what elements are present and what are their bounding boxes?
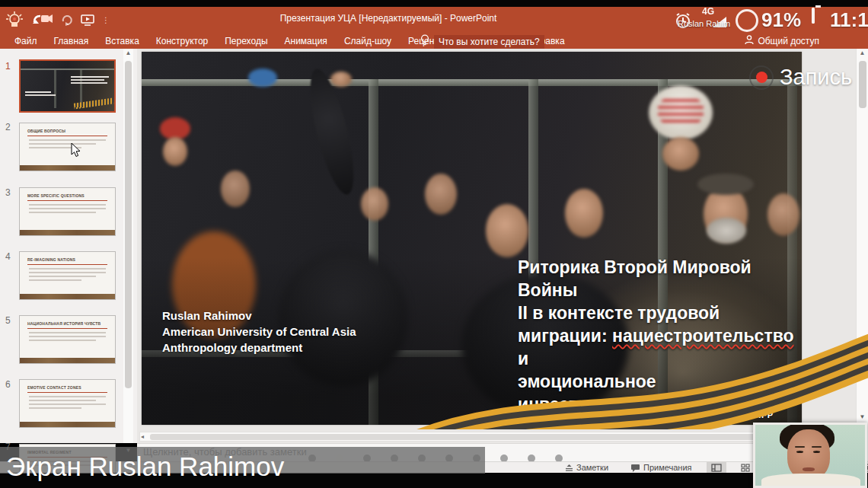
photo-credit: AFP: [755, 410, 774, 419]
slide-thumbnail-1[interactable]: [19, 59, 116, 113]
scroll-left-icon[interactable]: ◂: [141, 432, 144, 442]
battery-percent: 91%: [761, 8, 801, 32]
tab-animations[interactable]: Анимация: [276, 34, 336, 49]
tab-home[interactable]: Главная: [46, 34, 97, 49]
webcam-person-shirt: [761, 474, 860, 488]
share-button[interactable]: Общий доступ: [745, 35, 819, 47]
quick-access-toolbar: ⋮: [5, 10, 110, 30]
tab-design[interactable]: Конструктор: [148, 34, 216, 49]
webcam-person-face: [787, 429, 830, 480]
undo-camera-icon[interactable]: [32, 13, 53, 27]
slide-number: 4: [5, 251, 18, 262]
window-title: Презентация УЦА [Нередактируемый] - Powe…: [236, 13, 541, 24]
scrollbar-thumb[interactable]: [125, 61, 132, 388]
device-status-overlay: 4G Ruslan Rahim 91% 11:14: [662, 5, 868, 33]
recording-label: Запись: [780, 65, 852, 90]
slide-author-block[interactable]: Ruslan Rahimov American University of Ce…: [162, 308, 356, 356]
redo-icon[interactable]: [61, 14, 73, 26]
tab-slideshow[interactable]: Слайд-шоу: [336, 34, 400, 49]
slide-number: 3: [5, 187, 18, 198]
recording-indicator: Запись: [749, 65, 852, 90]
person-icon: [745, 35, 754, 47]
webcam-face-detail: [803, 467, 815, 471]
slide-thumbnail-5[interactable]: НАЦИОНАЛЬНАЯ ИСТОРИЯ ЧУВСТВ: [19, 315, 116, 364]
notes-toggle-label: Заметки: [576, 463, 608, 472]
battery-icon: [812, 8, 815, 24]
start-slideshow-icon[interactable]: [81, 14, 94, 26]
webcam-face-detail: [795, 446, 805, 448]
slide-canvas[interactable]: Риторика Второй Мировой Войны II в конте…: [142, 52, 802, 425]
lightbulb-icon: [420, 34, 429, 49]
qat-more-icon[interactable]: ⋮: [102, 16, 110, 24]
horizontal-scrollbar[interactable]: ◂ ▸: [139, 432, 854, 442]
status-ring-icon: [736, 9, 758, 32]
tab-insert[interactable]: Вставка: [97, 34, 148, 49]
screen-share-view: ⋮ Презентация УЦА [Нередактируемый] - Po…: [0, 0, 868, 488]
slide-number: 2: [5, 122, 18, 132]
webcam-face-detail: [812, 446, 822, 448]
screen-share-label: Экран Ruslan Rahimov: [6, 451, 284, 482]
normal-view-button[interactable]: [707, 462, 726, 473]
tell-me-search[interactable]: Что вы хотите сделать?: [420, 34, 544, 49]
webcam-face-detail: [813, 451, 820, 453]
screen-recorder-icon[interactable]: [5, 11, 24, 28]
vertical-scrollbar[interactable]: ▲ ▼: [856, 49, 868, 460]
tab-file[interactable]: Файл: [6, 34, 46, 49]
slide-title[interactable]: Риторика Второй Мировой Войны II в конте…: [518, 256, 801, 416]
notes-toggle[interactable]: Заметки: [565, 463, 608, 472]
comments-toggle[interactable]: Примечания: [630, 463, 692, 472]
slide-number: 6: [5, 379, 18, 390]
slide-thumbnail-3[interactable]: MORE SPECIFIC QUESTIONS: [19, 187, 116, 236]
record-icon: [749, 65, 774, 90]
slide-thumbnail-2[interactable]: ОБЩИЕ ВОПРОСЫ: [19, 123, 116, 171]
scrollbar-thumb[interactable]: [150, 434, 835, 440]
slide-number: 5: [5, 315, 18, 326]
tell-me-placeholder: Что вы хотите сделать?: [434, 35, 544, 49]
slide-thumbnail-6[interactable]: EMOTIVE CONTACT ZONES: [19, 379, 116, 428]
participant-name-watermark: Ruslan Rahim: [678, 19, 730, 28]
webcam-video[interactable]: [753, 423, 867, 488]
network-type-label: 4G: [702, 6, 714, 17]
scroll-down-icon[interactable]: ▼: [857, 413, 868, 422]
thumbnail-scrollbar[interactable]: ▲ ▼: [123, 49, 133, 443]
comments-toggle-label: Примечания: [643, 463, 692, 472]
slide-number: 1: [5, 61, 18, 72]
misspelled-word: нациестроительство: [612, 326, 794, 346]
clock-time: 11:14: [830, 8, 868, 32]
mouse-cursor: [71, 143, 81, 158]
slide-thumbnail-4[interactable]: RE-IMAGINING NATIONS: [19, 251, 116, 300]
scroll-up-icon[interactable]: ▲: [123, 49, 133, 58]
scroll-up-icon[interactable]: ▲: [857, 49, 868, 58]
share-label: Общий доступ: [758, 36, 819, 46]
scrollbar-thumb[interactable]: [859, 61, 866, 108]
webcam-face-detail: [796, 451, 803, 453]
tab-transitions[interactable]: Переходы: [216, 34, 276, 49]
